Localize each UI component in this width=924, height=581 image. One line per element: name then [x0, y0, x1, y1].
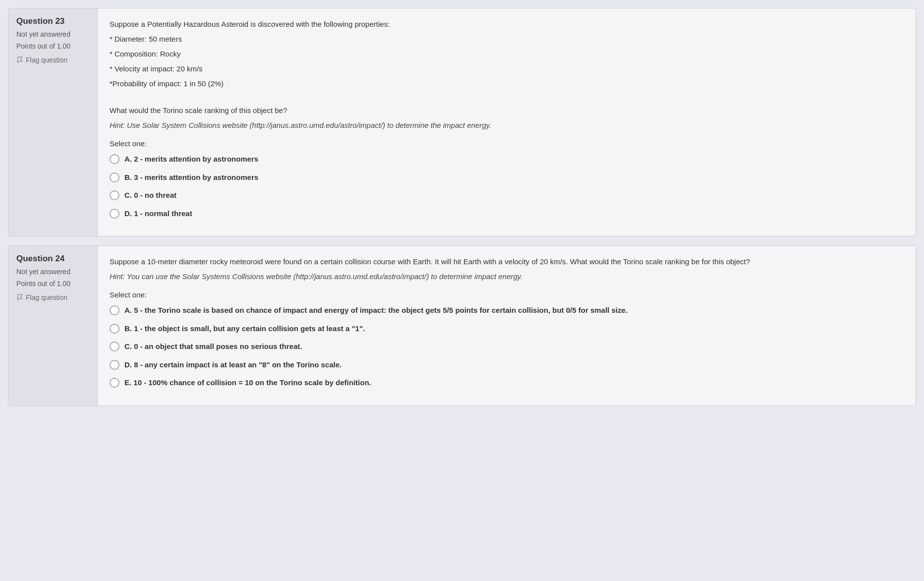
- q23-body-2: * Composition: Rocky: [110, 48, 904, 60]
- question-24-sidebar: Question 24 Not yet answered Points out …: [8, 246, 98, 406]
- q24-radio-e[interactable]: [110, 378, 119, 388]
- q23-radio-d[interactable]: [110, 209, 119, 219]
- q23-option-b: B. 3 - merits attention by astronomers: [110, 172, 904, 183]
- q23-radio-c[interactable]: [110, 190, 119, 200]
- question-24-content: Suppose a 10-meter diameter rocky meteor…: [98, 246, 916, 406]
- flag-icon: [16, 57, 23, 63]
- q23-body-0: Suppose a Potentially Hazardous Asteroid…: [110, 18, 904, 30]
- flag-icon-24: [16, 294, 23, 301]
- q23-radio-b[interactable]: [110, 173, 119, 182]
- question-24-block: Question 24 Not yet answered Points out …: [8, 245, 916, 406]
- q24-option-c-label: C. 0 - an object that small poses no ser…: [124, 341, 302, 352]
- q23-main: What would the Torino scale ranking of t…: [110, 105, 904, 116]
- question-24-text: Suppose a 10-meter diameter rocky meteor…: [110, 256, 904, 283]
- q23-option-c-label: C. 0 - no threat: [124, 190, 176, 201]
- q24-option-b-label: B. 1 - the object is small, but any cert…: [124, 323, 365, 335]
- question-23-number-prefix: Question: [16, 16, 53, 26]
- q23-hint: Hint: Use Solar System Collisions websit…: [110, 119, 904, 131]
- q23-body-3: * Velocity at impact: 20 km/s: [110, 63, 904, 75]
- q24-options-list: A. 5 - the Torino scale is based on chan…: [110, 305, 904, 389]
- question-23-points: Points out of 1.00: [16, 42, 89, 50]
- q24-radio-b[interactable]: [110, 324, 119, 334]
- q24-option-e: E. 10 - 100% chance of collision = 10 on…: [110, 377, 904, 389]
- q23-option-d: D. 1 - normal threat: [110, 208, 904, 220]
- q23-option-a: A. 2 - merits attention by astronomers: [110, 154, 904, 165]
- q23-radio-a[interactable]: [110, 154, 119, 164]
- q24-option-c: C. 0 - an object that small poses no ser…: [110, 341, 904, 352]
- question-23-flag-label: Flag question: [26, 56, 67, 64]
- question-23-block: Question 23 Not yet answered Points out …: [8, 8, 916, 236]
- question-23-number: Question 23: [16, 16, 89, 26]
- q23-body-1: * Diameter: 50 meters: [110, 33, 904, 45]
- q24-option-e-label: E. 10 - 100% chance of collision = 10 on…: [124, 377, 371, 389]
- question-24-flag-label: Flag question: [26, 293, 67, 301]
- q24-body-line1: Suppose a 10-meter diameter rocky meteor…: [110, 256, 904, 268]
- question-23-sidebar: Question 23 Not yet answered Points out …: [8, 8, 98, 236]
- q24-option-a: A. 5 - the Torino scale is based on chan…: [110, 305, 904, 316]
- q24-select-one: Select one:: [110, 290, 904, 299]
- question-24-flag[interactable]: Flag question: [16, 293, 89, 301]
- q24-radio-c[interactable]: [110, 342, 119, 351]
- question-24-number-value: 24: [55, 254, 64, 263]
- q24-option-b: B. 1 - the object is small, but any cert…: [110, 323, 904, 335]
- q24-option-a-label: A. 5 - the Torino scale is based on chan…: [124, 305, 628, 316]
- question-24-number: Question 24: [16, 254, 89, 264]
- question-24-points: Points out of 1.00: [16, 280, 89, 288]
- q23-option-b-label: B. 3 - merits attention by astronomers: [124, 172, 258, 183]
- question-24-status: Not yet answered: [16, 268, 89, 276]
- q24-radio-d[interactable]: [110, 360, 119, 370]
- q23-select-one: Select one:: [110, 139, 904, 148]
- question-23-flag[interactable]: Flag question: [16, 56, 89, 64]
- q24-radio-a[interactable]: [110, 305, 119, 315]
- q23-option-c: C. 0 - no threat: [110, 190, 904, 201]
- q24-hint: Hint: You can use the Solar Systems Coll…: [110, 271, 904, 283]
- q23-body-4: *Probability of impact: 1 in 50 (2%): [110, 78, 904, 90]
- q24-option-d: D. 8 - any certain impact is at least an…: [110, 359, 904, 371]
- question-24-number-prefix: Question: [16, 254, 53, 263]
- q23-options-list: A. 2 - merits attention by astronomers B…: [110, 154, 904, 219]
- q23-option-a-label: A. 2 - merits attention by astronomers: [124, 154, 258, 165]
- q24-option-d-label: D. 8 - any certain impact is at least an…: [124, 359, 342, 371]
- question-23-text: Suppose a Potentially Hazardous Asteroid…: [110, 18, 904, 131]
- q23-option-d-label: D. 1 - normal threat: [124, 208, 192, 220]
- question-23-content: Suppose a Potentially Hazardous Asteroid…: [98, 8, 916, 236]
- question-23-number-value: 23: [55, 16, 64, 26]
- question-23-status: Not yet answered: [16, 30, 89, 38]
